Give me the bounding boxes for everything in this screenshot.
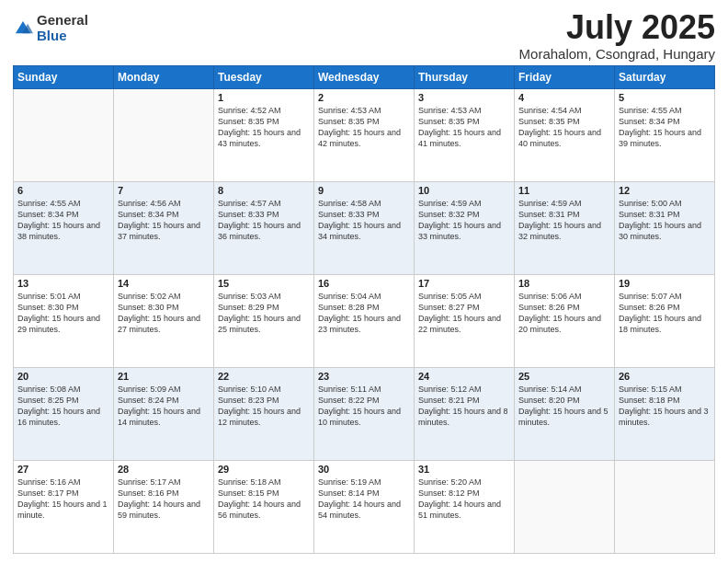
calendar-header-row: Sunday Monday Tuesday Wednesday Thursday…	[14, 65, 715, 88]
day-number: 25	[518, 371, 610, 382]
table-row: 6Sunrise: 4:55 AMSunset: 8:34 PMDaylight…	[14, 181, 114, 274]
day-info: Sunrise: 4:53 AMSunset: 8:35 PMDaylight:…	[418, 105, 510, 150]
table-row	[114, 88, 214, 181]
table-row	[515, 460, 615, 553]
table-row: 3Sunrise: 4:53 AMSunset: 8:35 PMDaylight…	[415, 88, 515, 181]
table-row: 15Sunrise: 5:03 AMSunset: 8:29 PMDayligh…	[214, 274, 314, 367]
header-wednesday: Wednesday	[314, 65, 415, 88]
header-monday: Monday	[114, 65, 214, 88]
logo: General Blue	[13, 13, 88, 43]
logo-text: General Blue	[37, 13, 88, 43]
day-info: Sunrise: 5:10 AMSunset: 8:23 PMDaylight:…	[218, 384, 310, 429]
table-row	[14, 88, 114, 181]
day-number: 26	[619, 371, 711, 382]
calendar-week-row: 1Sunrise: 4:52 AMSunset: 8:35 PMDaylight…	[14, 88, 715, 181]
day-info: Sunrise: 5:00 AMSunset: 8:31 PMDaylight:…	[619, 198, 711, 243]
day-number: 15	[218, 278, 310, 289]
table-row: 24Sunrise: 5:12 AMSunset: 8:21 PMDayligh…	[415, 367, 515, 460]
day-number: 23	[318, 371, 410, 382]
day-number: 19	[619, 278, 711, 289]
day-number: 18	[518, 278, 610, 289]
table-row: 22Sunrise: 5:10 AMSunset: 8:23 PMDayligh…	[214, 367, 314, 460]
table-row: 13Sunrise: 5:01 AMSunset: 8:30 PMDayligh…	[14, 274, 114, 367]
day-info: Sunrise: 5:01 AMSunset: 8:30 PMDaylight:…	[17, 291, 109, 336]
day-info: Sunrise: 5:17 AMSunset: 8:16 PMDaylight:…	[118, 477, 210, 522]
day-info: Sunrise: 5:04 AMSunset: 8:28 PMDaylight:…	[318, 291, 410, 336]
table-row: 10Sunrise: 4:59 AMSunset: 8:32 PMDayligh…	[415, 181, 515, 274]
title-block: July 2025 Morahalom, Csongrad, Hungary	[519, 9, 715, 62]
main-title: July 2025	[519, 9, 715, 46]
day-info: Sunrise: 4:59 AMSunset: 8:32 PMDaylight:…	[418, 198, 510, 243]
calendar-week-row: 27Sunrise: 5:16 AMSunset: 8:17 PMDayligh…	[14, 460, 715, 553]
day-info: Sunrise: 4:59 AMSunset: 8:31 PMDaylight:…	[518, 198, 610, 243]
day-info: Sunrise: 5:06 AMSunset: 8:26 PMDaylight:…	[518, 291, 610, 336]
day-number: 1	[218, 92, 310, 103]
table-row: 12Sunrise: 5:00 AMSunset: 8:31 PMDayligh…	[615, 181, 715, 274]
day-info: Sunrise: 5:09 AMSunset: 8:24 PMDaylight:…	[118, 384, 210, 429]
table-row: 1Sunrise: 4:52 AMSunset: 8:35 PMDaylight…	[214, 88, 314, 181]
table-row: 11Sunrise: 4:59 AMSunset: 8:31 PMDayligh…	[515, 181, 615, 274]
day-info: Sunrise: 4:57 AMSunset: 8:33 PMDaylight:…	[218, 198, 310, 243]
table-row: 14Sunrise: 5:02 AMSunset: 8:30 PMDayligh…	[114, 274, 214, 367]
day-number: 30	[318, 464, 410, 475]
day-info: Sunrise: 4:52 AMSunset: 8:35 PMDaylight:…	[218, 105, 310, 150]
table-row: 9Sunrise: 4:58 AMSunset: 8:33 PMDaylight…	[314, 181, 415, 274]
table-row: 29Sunrise: 5:18 AMSunset: 8:15 PMDayligh…	[214, 460, 314, 553]
day-number: 11	[518, 185, 610, 196]
calendar-table: Sunday Monday Tuesday Wednesday Thursday…	[13, 65, 715, 554]
header-thursday: Thursday	[415, 65, 515, 88]
day-info: Sunrise: 5:05 AMSunset: 8:27 PMDaylight:…	[418, 291, 510, 336]
day-info: Sunrise: 5:18 AMSunset: 8:15 PMDaylight:…	[218, 477, 310, 522]
header-sunday: Sunday	[14, 65, 114, 88]
day-info: Sunrise: 5:15 AMSunset: 8:18 PMDaylight:…	[619, 384, 711, 429]
day-number: 9	[318, 185, 410, 196]
table-row: 20Sunrise: 5:08 AMSunset: 8:25 PMDayligh…	[14, 367, 114, 460]
day-number: 17	[418, 278, 510, 289]
table-row: 4Sunrise: 4:54 AMSunset: 8:35 PMDaylight…	[515, 88, 615, 181]
day-number: 6	[17, 185, 109, 196]
day-info: Sunrise: 5:08 AMSunset: 8:25 PMDaylight:…	[17, 384, 109, 429]
table-row: 5Sunrise: 4:55 AMSunset: 8:34 PMDaylight…	[615, 88, 715, 181]
table-row: 19Sunrise: 5:07 AMSunset: 8:26 PMDayligh…	[615, 274, 715, 367]
day-info: Sunrise: 5:02 AMSunset: 8:30 PMDaylight:…	[118, 291, 210, 336]
table-row: 25Sunrise: 5:14 AMSunset: 8:20 PMDayligh…	[515, 367, 615, 460]
day-number: 29	[218, 464, 310, 475]
logo-blue: Blue	[37, 29, 88, 44]
day-info: Sunrise: 4:55 AMSunset: 8:34 PMDaylight:…	[619, 105, 711, 150]
day-number: 16	[318, 278, 410, 289]
table-row: 28Sunrise: 5:17 AMSunset: 8:16 PMDayligh…	[114, 460, 214, 553]
day-number: 20	[17, 371, 109, 382]
table-row: 26Sunrise: 5:15 AMSunset: 8:18 PMDayligh…	[615, 367, 715, 460]
day-info: Sunrise: 4:56 AMSunset: 8:34 PMDaylight:…	[118, 198, 210, 243]
day-info: Sunrise: 4:58 AMSunset: 8:33 PMDaylight:…	[318, 198, 410, 243]
day-number: 27	[17, 464, 109, 475]
table-row: 27Sunrise: 5:16 AMSunset: 8:17 PMDayligh…	[14, 460, 114, 553]
day-number: 5	[619, 92, 711, 103]
day-number: 28	[118, 464, 210, 475]
day-number: 3	[418, 92, 510, 103]
calendar-week-row: 13Sunrise: 5:01 AMSunset: 8:30 PMDayligh…	[14, 274, 715, 367]
logo-icon	[13, 18, 33, 39]
header-saturday: Saturday	[615, 65, 715, 88]
subtitle: Morahalom, Csongrad, Hungary	[519, 46, 715, 62]
day-number: 31	[418, 464, 510, 475]
day-info: Sunrise: 4:54 AMSunset: 8:35 PMDaylight:…	[518, 105, 610, 150]
day-info: Sunrise: 4:55 AMSunset: 8:34 PMDaylight:…	[17, 198, 109, 243]
calendar-week-row: 20Sunrise: 5:08 AMSunset: 8:25 PMDayligh…	[14, 367, 715, 460]
header: General Blue July 2025 Morahalom, Csongr…	[13, 9, 715, 62]
table-row: 7Sunrise: 4:56 AMSunset: 8:34 PMDaylight…	[114, 181, 214, 274]
day-number: 2	[318, 92, 410, 103]
table-row: 8Sunrise: 4:57 AMSunset: 8:33 PMDaylight…	[214, 181, 314, 274]
table-row: 2Sunrise: 4:53 AMSunset: 8:35 PMDaylight…	[314, 88, 415, 181]
day-number: 10	[418, 185, 510, 196]
table-row	[615, 460, 715, 553]
day-number: 12	[619, 185, 711, 196]
table-row: 18Sunrise: 5:06 AMSunset: 8:26 PMDayligh…	[515, 274, 615, 367]
day-info: Sunrise: 5:07 AMSunset: 8:26 PMDaylight:…	[619, 291, 711, 336]
day-number: 4	[518, 92, 610, 103]
table-row: 17Sunrise: 5:05 AMSunset: 8:27 PMDayligh…	[415, 274, 515, 367]
header-tuesday: Tuesday	[214, 65, 314, 88]
day-number: 21	[118, 371, 210, 382]
day-info: Sunrise: 5:12 AMSunset: 8:21 PMDaylight:…	[418, 384, 510, 429]
day-info: Sunrise: 4:53 AMSunset: 8:35 PMDaylight:…	[318, 105, 410, 150]
